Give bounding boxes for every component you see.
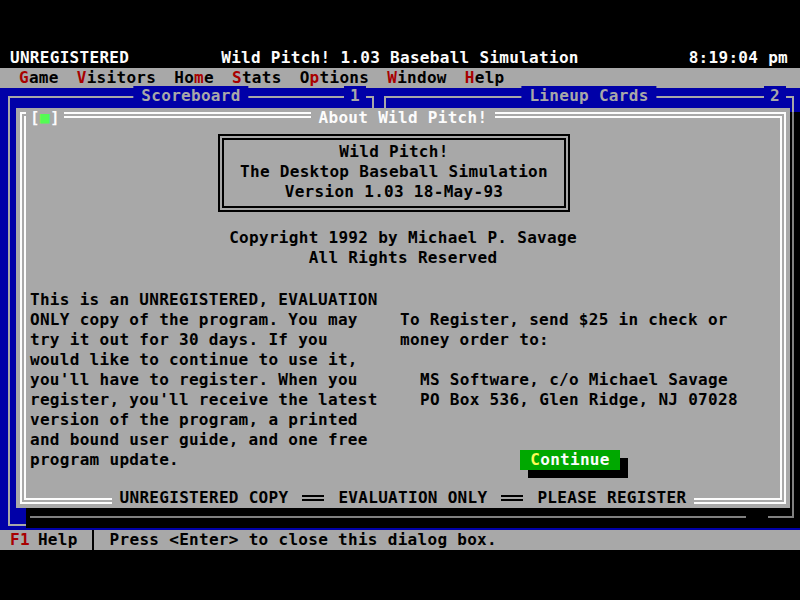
clock: 8:19:04 pm xyxy=(689,48,788,68)
f1-key-label[interactable]: F1 xyxy=(10,530,30,550)
menu-bar: Game Visitors Home Stats Options Window … xyxy=(0,68,800,88)
about-dialog: About Wild Pitch! [■] Wild Pitch! The De… xyxy=(16,108,790,508)
product-version: Version 1.03 18-May-93 xyxy=(224,182,564,202)
menu-game[interactable]: Game xyxy=(10,68,68,88)
footer-register: PLEASE REGISTER xyxy=(529,488,694,508)
window-lineup-cards-number: 2 xyxy=(764,86,786,106)
help-shortcut-label[interactable]: Help xyxy=(38,530,78,550)
continue-button[interactable]: Continue xyxy=(520,450,620,470)
dialog-footer: UNREGISTERED COPY EVALUATION ONLY PLEASE… xyxy=(46,488,760,508)
copyright-block: Copyright 1992 by Michael P. Savage All … xyxy=(16,228,790,268)
app-title: Wild Pitch! 1.03 Baseball Simulation xyxy=(0,48,800,68)
register-address: MS Software, c/o Michael Savage PO Box 5… xyxy=(420,370,738,410)
menu-visitors[interactable]: Visitors xyxy=(68,68,165,88)
status-divider xyxy=(92,530,94,550)
menu-home[interactable]: Home xyxy=(165,68,223,88)
product-name: Wild Pitch! xyxy=(224,142,564,162)
double-line-divider xyxy=(302,495,324,501)
footer-evaluation: EVALUATION ONLY xyxy=(330,488,495,508)
status-message: Press <Enter> to close this dialog box. xyxy=(110,530,497,550)
menu-options[interactable]: Options xyxy=(291,68,379,88)
evaluation-notice: This is an UNREGISTERED, EVALUATION ONLY… xyxy=(30,290,378,470)
dialog-shadow-bottom xyxy=(26,508,800,528)
close-icon: ■ xyxy=(40,108,50,127)
window-lineup-cards-title: Lineup Cards xyxy=(521,86,656,106)
register-instructions: To Register, send $25 in check or money … xyxy=(400,310,728,350)
about-info-box: Wild Pitch! The Desktop Baseball Simulat… xyxy=(218,134,570,212)
desktop: Scoreboard 1 Lineup Cards 2 About Wild P… xyxy=(0,88,800,530)
window-scoreboard-title: Scoreboard xyxy=(133,86,248,106)
shadowed-window-border-fragment xyxy=(30,516,746,518)
product-tagline: The Desktop Baseball Simulation xyxy=(224,162,564,182)
menu-window[interactable]: Window xyxy=(378,68,456,88)
close-button[interactable]: [■] xyxy=(26,108,64,128)
shadowed-window-border-fragment xyxy=(792,112,794,518)
double-line-divider xyxy=(501,495,523,501)
window-scoreboard-number: 1 xyxy=(344,86,366,106)
status-bar: F1 Help Press <Enter> to close this dial… xyxy=(0,530,800,550)
footer-unregistered: UNREGISTERED COPY xyxy=(112,488,297,508)
dialog-title-row: About Wild Pitch! xyxy=(16,108,790,128)
menu-help[interactable]: Help xyxy=(456,68,514,88)
dialog-title: About Wild Pitch! xyxy=(311,108,496,127)
menu-stats[interactable]: Stats xyxy=(223,68,291,88)
shadowed-window-border-fragment xyxy=(768,516,793,518)
title-bar: UNREGISTERED Wild Pitch! 1.03 Baseball S… xyxy=(0,48,800,68)
dos-screen: UNREGISTERED Wild Pitch! 1.03 Baseball S… xyxy=(0,0,800,600)
